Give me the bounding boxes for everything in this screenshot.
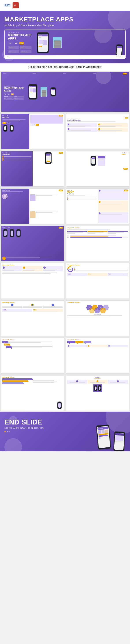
svg-text:3: 3 <box>100 307 101 308</box>
stat-3: 5.0 <box>19 42 24 44</box>
badge-1: NEW <box>59 115 63 116</box>
svg-text:P: P <box>14 4 16 6</box>
slide-infographic-arrows[interactable]: Infographic Section Step 1 Step 2 <box>1 338 64 373</box>
slide-infographic-1[interactable]: Infographic Section <box>66 226 129 261</box>
ppt-icon: P <box>12 2 19 8</box>
svg-text:4: 4 <box>106 307 106 308</box>
slide-infographic-2[interactable]: Infographic Section ✓ ★ ♦ <box>1 263 64 298</box>
slide-infographic-phones[interactable]: GALLERY APP <box>1 226 64 261</box>
hero-subtitle: Mobile App & Saas Presentation Template <box>4 24 126 27</box>
slide-infographic-4[interactable]: Infographic Section 👤 👤 👤 <box>1 300 64 336</box>
stat-1: 4.9 <box>8 42 12 44</box>
banner-text: 1920X1080 PX (16:9) | COLOR CHANGE | EAS… <box>0 63 130 71</box>
slide-welcome[interactable]: Welcome To Our App Try Now More <box>1 114 64 149</box>
end-subtitle: MOBILE APP & SAAS PRESENTATION <box>4 427 48 429</box>
end-title: END SLIDE <box>4 418 48 426</box>
slide-service[interactable]: 500+ Best Service <box>66 188 129 224</box>
slide-contact[interactable]: Contact Information <box>66 375 129 411</box>
slide-team[interactable]: Meet Our Team <box>1 188 64 224</box>
slide-infographic-3[interactable]: Infographic Section 60% <box>66 263 129 298</box>
slide-menu[interactable]: Our Menu Display <box>66 151 129 186</box>
end-slide: END SLIDE MOBILE APP & SAAS PRESENTATION… <box>0 412 130 452</box>
slide-features[interactable]: NEW Our Best Features <box>66 114 129 149</box>
slide-steps[interactable]: Step To Creating An Account 1 2 3 <box>1 151 64 186</box>
hero-title: MARKETPLACE APPS <box>4 16 126 23</box>
svg-text:2: 2 <box>95 307 95 308</box>
header: PPT P <box>0 0 130 11</box>
slide-hero-full[interactable]: HomeFeaturesServicePortfolio Login MOBIL… <box>1 72 129 112</box>
hero-section: MARKETPLACE APPS Mobile App & Saas Prese… <box>0 11 130 63</box>
ppt-badge: PPT <box>3 4 11 7</box>
slide-infographic-hex[interactable]: Infographic Section 1 2 3 4 YOUR TIT <box>66 300 129 336</box>
slides-grid: HomeFeaturesServicePortfolio Login MOBIL… <box>0 71 130 412</box>
slide-infographic-funnel[interactable]: Infographic Section <box>1 375 64 411</box>
stat-2: 4.6 <box>14 42 18 44</box>
svg-text:1: 1 <box>89 307 90 308</box>
slide-infographic-chat[interactable]: Infographic Section Chat 1 Chat 2 Chat 3 <box>66 338 129 373</box>
